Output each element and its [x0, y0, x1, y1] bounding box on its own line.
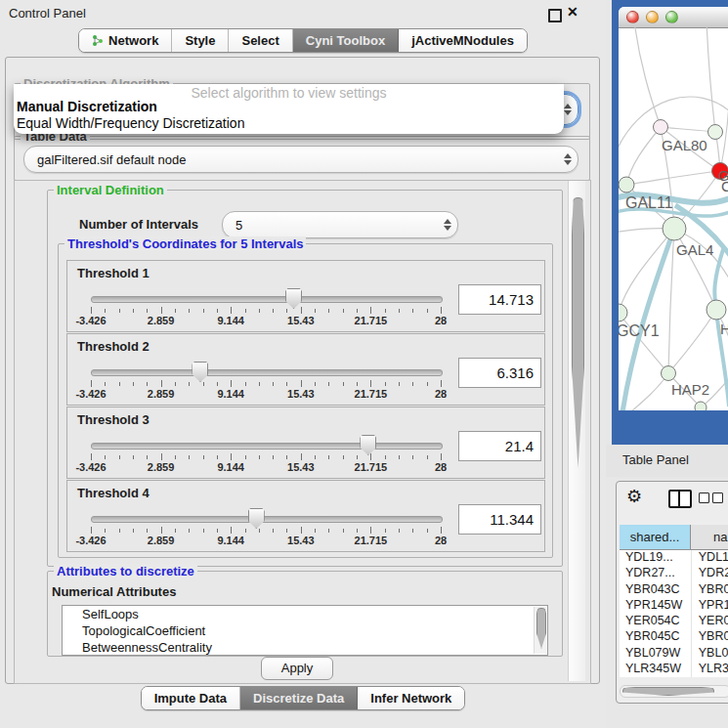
table-panel-title: Table Panel: [622, 452, 689, 467]
numerical-attributes-label: Numerical Attributes: [52, 584, 176, 599]
checkbox-icon[interactable]: [699, 492, 709, 503]
attribute-item[interactable]: BetweennessCentrality: [63, 639, 547, 656]
network-edge-highlighted: [622, 229, 674, 410]
top-tab-network[interactable]: Network: [79, 29, 172, 52]
slider-tick-labels: -3.4262.8599.14415.4321.71528: [91, 388, 441, 402]
network-node[interactable]: [662, 366, 676, 381]
scrollbar-thumb[interactable]: [572, 197, 584, 468]
table-row[interactable]: YLR345WYLR3...: [620, 662, 728, 677]
mac-minimize-button[interactable]: [646, 11, 659, 23]
vertical-scrollbar[interactable]: [568, 181, 585, 681]
table-data-groupbox: Table Data galFiltered.sif default node: [14, 136, 590, 181]
slider-tick-labels: -3.4262.8599.14415.4321.71528: [91, 315, 441, 328]
combo-arrows-icon: [438, 219, 457, 231]
network-node[interactable]: [663, 217, 686, 240]
threshold-value-field[interactable]: 6.316: [458, 358, 541, 388]
slider-thumb[interactable]: [360, 435, 376, 455]
column-header-shared-[interactable]: shared...: [620, 525, 691, 549]
node-table[interactable]: shared...name YDL19...YDL1...YDR27...YDR…: [620, 525, 728, 677]
network-node[interactable]: [619, 177, 634, 193]
horizontal-scrollbar[interactable]: [620, 685, 728, 698]
table-row[interactable]: YBL079WYBL0...: [620, 646, 728, 662]
tick-label: 2.859: [148, 461, 175, 473]
slider-thumb[interactable]: [248, 508, 265, 529]
table-cell: YER054C: [620, 614, 692, 629]
network-window-titlebar[interactable]: [619, 7, 728, 28]
scrollbar-thumb[interactable]: [622, 687, 714, 696]
num-intervals-combo[interactable]: 5: [222, 211, 458, 238]
table-cell: YBR045C: [620, 629, 692, 645]
top-tab-cyni-toolbox[interactable]: Cyni Toolbox: [293, 29, 399, 52]
slider-track[interactable]: [91, 443, 443, 450]
node-label: GAL80: [662, 137, 707, 153]
slider-track[interactable]: [91, 369, 443, 376]
split-columns-icon[interactable]: [668, 490, 692, 508]
network-node[interactable]: [708, 125, 723, 140]
checkbox-icon[interactable]: [712, 492, 723, 503]
bottom-tab-impute-data[interactable]: Impute Data: [142, 687, 240, 709]
slider-track[interactable]: [91, 296, 443, 303]
tick-label: 28: [435, 535, 447, 546]
table-row[interactable]: YER054CYER0...: [620, 614, 728, 629]
popup-item-manual-discretization[interactable]: Manual Discretization: [17, 99, 157, 114]
attribute-list[interactable]: SelfLoopsTopologicalCoefficientBetweenne…: [62, 605, 548, 656]
network-node[interactable]: [619, 304, 627, 321]
table-cell: YPR145W: [620, 598, 692, 614]
network-icon: [92, 34, 104, 47]
table-cell: YDR2...: [692, 566, 728, 581]
threshold-panel: Threshold 1 -3.4262.8599.14415.4321.7152…: [66, 260, 545, 332]
threshold-slider[interactable]: -3.4262.8599.14415.4321.71528: [67, 481, 458, 551]
threshold-value-field[interactable]: 14.713: [458, 284, 541, 315]
network-node[interactable]: [695, 402, 707, 410]
tick-label: 15.43: [287, 388, 315, 400]
attribute-item[interactable]: TopologicalCoefficient: [63, 622, 547, 639]
network-window: GAL80GACGAL11GAL4GCY1HHAP2: [619, 7, 728, 410]
bottom-tab-discretize-data[interactable]: Discretize Data: [240, 687, 358, 709]
network-node[interactable]: [707, 300, 726, 320]
gear-icon[interactable]: ⚙: [626, 486, 642, 507]
close-icon[interactable]: ✕: [567, 4, 578, 20]
slider-track[interactable]: [91, 516, 443, 523]
threshold-slider[interactable]: -3.4262.8599.14415.4321.71528: [67, 334, 458, 405]
table-row[interactable]: YDL19...YDL1...: [620, 550, 728, 566]
table-panel: ⚙ shared...name YDL19...YDL1...YDR27...Y…: [616, 481, 728, 704]
threshold-slider[interactable]: -3.4262.8599.14415.4321.71528: [67, 261, 458, 331]
float-window-icon[interactable]: [548, 9, 562, 22]
attribute-item[interactable]: SelfLoops: [63, 606, 547, 622]
threshold-value-field[interactable]: 11.344: [458, 504, 541, 535]
table-cell: YBR0...: [692, 629, 728, 645]
popup-item-equal-width-frequency[interactable]: Equal Width/Frequency Discretization: [17, 115, 244, 131]
threshold-value-field[interactable]: 21.4: [458, 431, 541, 461]
mac-zoom-button[interactable]: [665, 11, 678, 23]
panel-title: Control Panel: [9, 6, 86, 21]
column-header-name[interactable]: name: [691, 525, 728, 549]
apply-button[interactable]: Apply: [261, 657, 333, 680]
node-label: GAL11: [625, 194, 673, 211]
tab-label: Discretize Data: [253, 691, 344, 706]
interval-group-title: Interval Definition: [54, 183, 167, 197]
tick-label: -3.426: [75, 461, 106, 473]
top-tab-style[interactable]: Style: [172, 29, 229, 52]
node-label: C: [721, 178, 728, 194]
top-tab-jactivemnodules[interactable]: jActiveMNodules: [399, 29, 527, 52]
threshold-slider[interactable]: -3.4262.8599.14415.4321.71528: [67, 407, 458, 478]
network-canvas[interactable]: GAL80GACGAL11GAL4GCY1HHAP2: [619, 27, 728, 410]
table-row[interactable]: YBR045CYBR0...: [620, 629, 728, 645]
table-row[interactable]: YDR27...YDR2...: [620, 566, 728, 581]
node-label: HAP2: [671, 381, 709, 398]
attribute-list-scrollbar[interactable]: [534, 607, 546, 654]
table-row[interactable]: YBR043CYBR0...: [620, 582, 728, 598]
slider-thumb[interactable]: [192, 362, 208, 382]
table-row[interactable]: YPR145WYPR1...: [620, 598, 728, 614]
slider-thumb[interactable]: [285, 288, 302, 309]
table-panel-titlebar: Table Panel: [606, 445, 728, 477]
bottom-tab-infer-network[interactable]: Infer Network: [358, 687, 464, 709]
slider-ticks: [91, 380, 441, 388]
tick-label: 9.144: [217, 461, 244, 473]
mac-close-button[interactable]: [626, 11, 639, 23]
table-data-combo[interactable]: galFiltered.sif default node: [23, 146, 578, 173]
network-node[interactable]: [654, 120, 668, 135]
table-cell: YDR27...: [620, 566, 692, 581]
table-cell: YPR1...: [692, 598, 728, 614]
top-tab-select[interactable]: Select: [229, 29, 292, 52]
